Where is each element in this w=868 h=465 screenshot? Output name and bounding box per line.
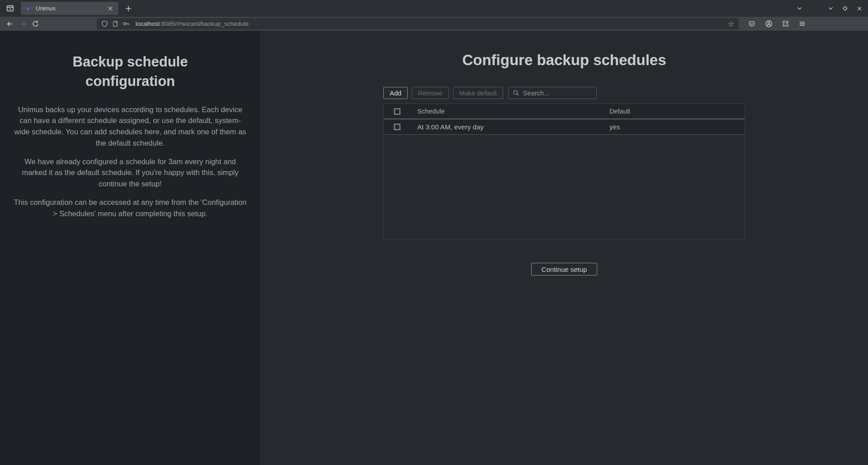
select-all-checkbox[interactable]: [394, 108, 401, 115]
table-row[interactable]: At 3:00 AM, every day yes: [384, 119, 745, 135]
browser-tab-unimus[interactable]: Unimus: [21, 2, 118, 15]
new-tab-button[interactable]: [122, 2, 135, 15]
window-controls: [826, 4, 864, 14]
url-bar[interactable]: localhost:8085/#!wizard/backup_schedule …: [97, 18, 739, 29]
window-maximize-button[interactable]: [840, 4, 850, 14]
sidebar-title: Backup schedule configuration: [35, 52, 225, 91]
unimus-favicon: [25, 5, 32, 12]
tab-close-icon[interactable]: [106, 5, 114, 13]
page-info-icon[interactable]: [112, 20, 118, 27]
bookmark-star-icon[interactable]: ☆: [728, 19, 734, 28]
back-button[interactable]: [4, 18, 16, 30]
column-header-default: Default: [609, 108, 745, 115]
table-header-row: Schedule Default: [384, 104, 745, 119]
sidebar-paragraph: Unimus backs up your devices according t…: [13, 104, 248, 149]
schedules-workarea: Add Remove Make default Schedule: [383, 87, 745, 275]
reload-button[interactable]: [29, 18, 42, 30]
sidebar-paragraph: We have already configured a schedule fo…: [13, 156, 248, 190]
continue-setup-button[interactable]: Continue setup: [531, 263, 597, 275]
extensions-puzzle-button[interactable]: [778, 18, 792, 30]
cell-default: yes: [609, 123, 745, 131]
window-minimize-button[interactable]: [826, 4, 835, 14]
window-close-button[interactable]: [854, 4, 864, 14]
continue-wrap: Continue setup: [383, 263, 745, 275]
firefox-view-icon: [6, 5, 14, 12]
shield-icon[interactable]: [101, 20, 108, 27]
chevron-down-icon: [797, 5, 802, 11]
make-default-button[interactable]: Make default: [453, 87, 503, 99]
tab-title: Unimus: [36, 5, 106, 12]
search-box[interactable]: [508, 87, 597, 99]
browser-tab-strip: Unimus: [0, 0, 868, 17]
account-button[interactable]: [762, 18, 775, 30]
add-button[interactable]: Add: [383, 87, 408, 99]
navbar-right-buttons: [745, 18, 809, 30]
wizard-main-panel: Configure backup schedules Add Remove Ma…: [260, 31, 868, 465]
schedules-table: Schedule Default At 3:00 AM, every day y…: [383, 104, 745, 239]
remove-button[interactable]: Remove: [412, 87, 449, 99]
sidebar-paragraph: This configuration can be accessed at an…: [13, 197, 248, 219]
menu-hamburger-button[interactable]: [795, 18, 809, 30]
row-select-checkbox[interactable]: [394, 123, 401, 130]
cell-schedule: At 3:00 AM, every day: [417, 123, 609, 131]
page-content: Backup schedule configuration Unimus bac…: [0, 31, 868, 465]
page-title: Configure backup schedules: [260, 52, 868, 69]
search-input[interactable]: [523, 90, 592, 97]
url-host: localhost: [136, 20, 160, 27]
pocket-button[interactable]: [745, 18, 759, 30]
browser-navbar: localhost:8085/#!wizard/backup_schedule …: [0, 17, 868, 31]
list-all-tabs-button[interactable]: [793, 2, 806, 15]
url-path: :8085/#!wizard/backup_schedule: [160, 20, 249, 27]
url-text: localhost:8085/#!wizard/backup_schedule: [136, 20, 724, 27]
sidebar-description: Unimus backs up your devices according t…: [13, 104, 248, 219]
schedules-toolbar: Add Remove Make default: [383, 87, 745, 99]
forward-button[interactable]: [16, 18, 29, 30]
firefox-view-button[interactable]: [4, 2, 16, 15]
search-icon: [513, 90, 519, 96]
saved-login-key-icon[interactable]: [123, 20, 130, 27]
wizard-sidebar: Backup schedule configuration Unimus bac…: [0, 31, 260, 465]
column-header-schedule: Schedule: [417, 108, 609, 115]
